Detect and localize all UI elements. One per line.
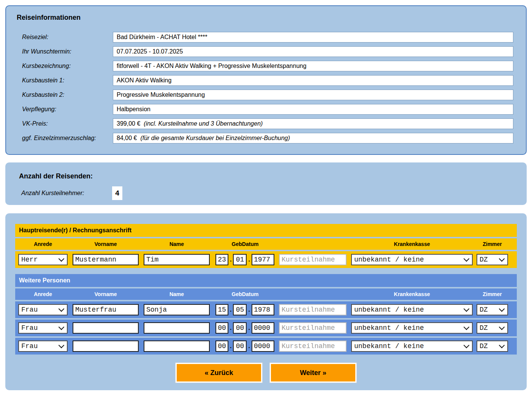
name-input[interactable] (144, 304, 210, 315)
birth-month-input[interactable] (233, 322, 247, 334)
birth-year-input[interactable] (252, 304, 274, 315)
birth-month-input[interactable] (233, 340, 247, 352)
kursteilnahme-input (279, 340, 347, 352)
kursteilnahme-input (279, 304, 347, 315)
birth-day-input[interactable] (215, 340, 228, 352)
field-label: Ihr Wunschtermin: (17, 48, 113, 55)
field-label: Reiseziel: (17, 34, 113, 41)
field-row-kursbaustein-1: Kursbaustein 1: AKON Aktiv Walking (17, 73, 513, 88)
anrede-select-value: Frau (21, 306, 38, 314)
field-value-box: 07.07.2025 - 10.07.2025 (113, 46, 513, 57)
krankenkasse-select[interactable]: unbekannt / keine (351, 304, 473, 315)
krankenkasse-select-value: unbekannt / keine (354, 342, 424, 350)
birth-day-input[interactable] (215, 254, 228, 265)
date-separator: . (248, 256, 250, 263)
field-note: (incl. Kursteilnahme und 3 Übernachtunge… (144, 120, 263, 127)
vorname-input[interactable] (73, 340, 139, 352)
field-value-box: 399,00 € (incl. Kursteilnahme und 3 Über… (113, 118, 513, 129)
name-input[interactable] (144, 340, 210, 352)
birth-year-input[interactable] (252, 340, 274, 352)
zimmer-select-value: DZ (480, 256, 488, 263)
back-button[interactable]: « Zurück (176, 363, 262, 383)
field-label: Verpflegung: (17, 106, 113, 113)
anrede-select[interactable]: Frau (18, 340, 68, 352)
column-header-zimmer: Zimmer (477, 291, 508, 297)
zimmer-select[interactable]: DZ (477, 304, 508, 315)
field-row-kursbaustein-2: Kursbaustein 2: Progressive Muskelentspa… (17, 88, 513, 102)
birth-day-input[interactable] (215, 322, 228, 334)
field-value-box: Halbpension (113, 104, 513, 115)
weitere-personen-column-headers: Anrede Vorname Name GebDatum Krankenkass… (15, 288, 517, 300)
navigation-buttons: « Zurück Weiter » (15, 363, 517, 383)
field-value: Bad Dürkheim - ACHAT Hotel **** (117, 34, 207, 41)
date-separator: . (230, 343, 231, 350)
field-label: Kursbaustein 1: (17, 77, 113, 84)
booking-page: Reiseinformationen Reiseziel: Bad Dürkhe… (0, 0, 532, 394)
chevron-down-icon (499, 324, 505, 330)
field-row-reiseziel: Reiseziel: Bad Dürkheim - ACHAT Hotel **… (17, 30, 513, 44)
birth-day-input[interactable] (215, 304, 228, 315)
main-traveller-column-headers: Anrede Vorname Name GebDatum Krankenkass… (15, 238, 517, 250)
anrede-select[interactable]: Herr (18, 254, 68, 265)
krankenkasse-select[interactable]: unbekannt / keine (351, 322, 473, 334)
chevron-down-icon (499, 306, 505, 312)
field-label: Kursbaustein 2: (17, 91, 113, 98)
chevron-down-icon (464, 255, 470, 262)
zimmer-select[interactable]: DZ (477, 340, 508, 352)
field-value: Halbpension (117, 106, 150, 113)
vorname-input[interactable] (73, 322, 139, 334)
field-row-einzelzimmerzuschlag: ggf. Einzelzimmerzuschlag: 84,00 € (für … (17, 131, 513, 145)
anrede-select[interactable]: Frau (18, 322, 68, 334)
anrede-select[interactable]: Frau (18, 304, 68, 315)
field-value: 07.07.2025 - 10.07.2025 (117, 48, 183, 55)
krankenkasse-select-value: unbekannt / keine (354, 306, 424, 314)
birth-month-input[interactable] (233, 254, 247, 265)
travellers-count-label: Anzahl Kursteilnehmer: (19, 190, 112, 197)
field-value: 399,00 € (117, 120, 140, 127)
persons-panel: Hauptreisende(r) / Rechnungsanschrift An… (5, 213, 527, 390)
krankenkasse-select[interactable]: unbekannt / keine (351, 254, 473, 265)
field-label: Kursbezeichnung: (17, 63, 113, 69)
krankenkasse-select-value: unbekannt / keine (354, 324, 424, 332)
field-value-box: fitforwell - 4T - AKON Aktiv Walking + P… (113, 61, 513, 71)
column-header-vorname: Vorname (73, 291, 139, 297)
field-value: fitforwell - 4T - AKON Aktiv Walking + P… (117, 63, 306, 69)
trip-info-panel: Reiseinformationen Reiseziel: Bad Dürkhe… (5, 5, 527, 155)
column-header-krankenkasse: Krankenkasse (351, 291, 473, 297)
additional-person-row-2: Frau . . unbekannt / keine (15, 320, 517, 336)
name-input[interactable] (144, 322, 210, 334)
name-input[interactable] (144, 254, 210, 265)
field-label: ggf. Einzelzimmerzuschlag: (17, 135, 113, 142)
field-row-verpflegung: Verpflegung: Halbpension (17, 102, 513, 117)
zimmer-select[interactable]: DZ (477, 322, 508, 334)
chevron-down-icon (59, 255, 65, 262)
next-button[interactable]: Weiter » (270, 363, 356, 383)
column-header-gebdatum: GebDatum (215, 241, 275, 247)
column-header-name: Name (144, 241, 210, 247)
date-separator: . (230, 256, 231, 263)
vorname-input[interactable] (73, 254, 139, 265)
chevron-down-icon (59, 324, 65, 330)
date-separator: . (230, 325, 231, 331)
birth-year-input[interactable] (252, 322, 274, 334)
column-header-anrede: Anrede (18, 291, 68, 297)
field-value: Progressive Muskelentspannung (117, 91, 205, 98)
birth-year-input[interactable] (252, 254, 274, 265)
column-header-anrede: Anrede (18, 241, 68, 247)
field-row-wunschtermin: Ihr Wunschtermin: 07.07.2025 - 10.07.202… (17, 44, 513, 59)
column-header-zimmer: Zimmer (477, 241, 508, 247)
zimmer-select[interactable]: DZ (477, 254, 508, 265)
trip-info-title: Reiseinformationen (17, 14, 513, 22)
additional-person-row-1: Frau . . unbekannt / keine (15, 301, 517, 318)
anrede-select-value: Frau (21, 342, 38, 350)
main-traveller-row: Herr . . unbekannt / keine (15, 251, 517, 268)
krankenkasse-select[interactable]: unbekannt / keine (351, 340, 473, 352)
vorname-input[interactable] (73, 304, 139, 315)
krankenkasse-select-value: unbekannt / keine (354, 256, 424, 263)
main-traveller-header: Hauptreisende(r) / Rechnungsanschrift (15, 224, 517, 237)
column-header-gebdatum: GebDatum (215, 291, 275, 297)
birth-month-input[interactable] (233, 304, 247, 315)
field-value-box: 84,00 € (für die gesamte Kursdauer bei E… (113, 133, 513, 143)
chevron-down-icon (499, 342, 505, 348)
chevron-down-icon (59, 342, 65, 348)
